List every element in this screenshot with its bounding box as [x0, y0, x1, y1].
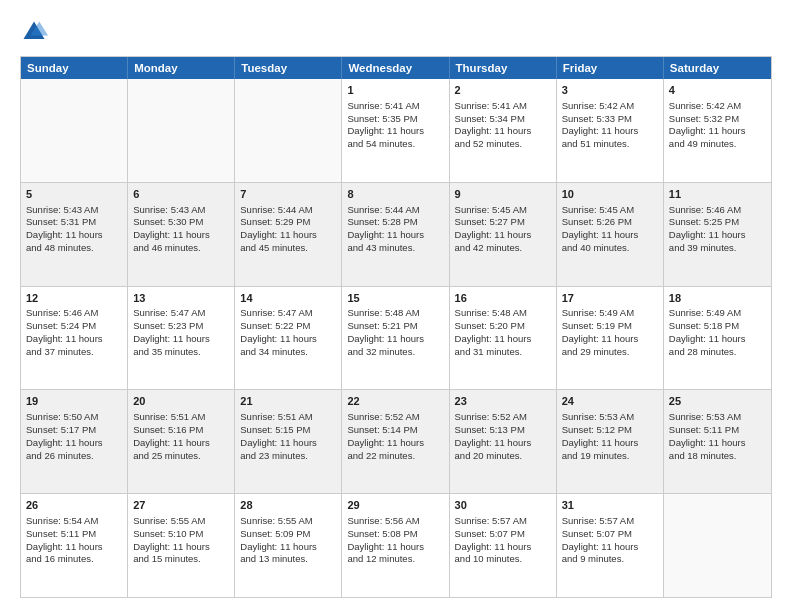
day-info-line-11-0: Sunrise: 5:46 AM	[669, 204, 766, 217]
day-info-line-14-1: Sunset: 5:22 PM	[240, 320, 336, 333]
day-info-line-29-1: Sunset: 5:08 PM	[347, 528, 443, 541]
day-cell-12: 12Sunrise: 5:46 AMSunset: 5:24 PMDayligh…	[21, 287, 128, 390]
day-info-line-14-2: Daylight: 11 hours	[240, 333, 336, 346]
day-info-line-31-3: and 9 minutes.	[562, 553, 658, 566]
day-info-line-3-3: and 51 minutes.	[562, 138, 658, 151]
day-number-14: 14	[240, 291, 336, 306]
day-number-30: 30	[455, 498, 551, 513]
calendar-body: 1Sunrise: 5:41 AMSunset: 5:35 PMDaylight…	[21, 79, 771, 597]
day-info-line-2-1: Sunset: 5:34 PM	[455, 113, 551, 126]
day-info-line-31-1: Sunset: 5:07 PM	[562, 528, 658, 541]
day-info-line-22-2: Daylight: 11 hours	[347, 437, 443, 450]
day-cell-24: 24Sunrise: 5:53 AMSunset: 5:12 PMDayligh…	[557, 390, 664, 493]
day-info-line-19-3: and 26 minutes.	[26, 450, 122, 463]
day-cell-30: 30Sunrise: 5:57 AMSunset: 5:07 PMDayligh…	[450, 494, 557, 597]
day-info-line-19-0: Sunrise: 5:50 AM	[26, 411, 122, 424]
day-info-line-28-1: Sunset: 5:09 PM	[240, 528, 336, 541]
weekday-header-thursday: Thursday	[450, 57, 557, 79]
day-info-line-7-1: Sunset: 5:29 PM	[240, 216, 336, 229]
day-cell-20: 20Sunrise: 5:51 AMSunset: 5:16 PMDayligh…	[128, 390, 235, 493]
day-info-line-12-0: Sunrise: 5:46 AM	[26, 307, 122, 320]
day-cell-7: 7Sunrise: 5:44 AMSunset: 5:29 PMDaylight…	[235, 183, 342, 286]
day-info-line-28-3: and 13 minutes.	[240, 553, 336, 566]
day-info-line-1-2: Daylight: 11 hours	[347, 125, 443, 138]
day-number-10: 10	[562, 187, 658, 202]
day-info-line-1-0: Sunrise: 5:41 AM	[347, 100, 443, 113]
day-info-line-8-1: Sunset: 5:28 PM	[347, 216, 443, 229]
day-info-line-16-0: Sunrise: 5:48 AM	[455, 307, 551, 320]
day-cell-27: 27Sunrise: 5:55 AMSunset: 5:10 PMDayligh…	[128, 494, 235, 597]
day-info-line-21-2: Daylight: 11 hours	[240, 437, 336, 450]
day-info-line-23-2: Daylight: 11 hours	[455, 437, 551, 450]
day-info-line-11-1: Sunset: 5:25 PM	[669, 216, 766, 229]
day-info-line-29-3: and 12 minutes.	[347, 553, 443, 566]
day-cell-26: 26Sunrise: 5:54 AMSunset: 5:11 PMDayligh…	[21, 494, 128, 597]
day-info-line-20-2: Daylight: 11 hours	[133, 437, 229, 450]
day-info-line-4-0: Sunrise: 5:42 AM	[669, 100, 766, 113]
day-info-line-7-2: Daylight: 11 hours	[240, 229, 336, 242]
day-number-29: 29	[347, 498, 443, 513]
day-info-line-1-1: Sunset: 5:35 PM	[347, 113, 443, 126]
empty-cell-0-0	[21, 79, 128, 182]
day-cell-17: 17Sunrise: 5:49 AMSunset: 5:19 PMDayligh…	[557, 287, 664, 390]
day-info-line-30-0: Sunrise: 5:57 AM	[455, 515, 551, 528]
day-info-line-2-0: Sunrise: 5:41 AM	[455, 100, 551, 113]
day-info-line-15-2: Daylight: 11 hours	[347, 333, 443, 346]
day-number-2: 2	[455, 83, 551, 98]
day-info-line-13-3: and 35 minutes.	[133, 346, 229, 359]
day-number-19: 19	[26, 394, 122, 409]
day-info-line-3-0: Sunrise: 5:42 AM	[562, 100, 658, 113]
day-cell-25: 25Sunrise: 5:53 AMSunset: 5:11 PMDayligh…	[664, 390, 771, 493]
day-number-4: 4	[669, 83, 766, 98]
day-info-line-29-2: Daylight: 11 hours	[347, 541, 443, 554]
day-info-line-20-0: Sunrise: 5:51 AM	[133, 411, 229, 424]
day-info-line-23-0: Sunrise: 5:52 AM	[455, 411, 551, 424]
day-info-line-15-3: and 32 minutes.	[347, 346, 443, 359]
day-info-line-20-1: Sunset: 5:16 PM	[133, 424, 229, 437]
day-info-line-12-2: Daylight: 11 hours	[26, 333, 122, 346]
day-info-line-10-0: Sunrise: 5:45 AM	[562, 204, 658, 217]
day-info-line-20-3: and 25 minutes.	[133, 450, 229, 463]
day-cell-29: 29Sunrise: 5:56 AMSunset: 5:08 PMDayligh…	[342, 494, 449, 597]
day-info-line-3-1: Sunset: 5:33 PM	[562, 113, 658, 126]
day-info-line-3-2: Daylight: 11 hours	[562, 125, 658, 138]
empty-cell-0-2	[235, 79, 342, 182]
day-info-line-18-3: and 28 minutes.	[669, 346, 766, 359]
day-info-line-29-0: Sunrise: 5:56 AM	[347, 515, 443, 528]
day-number-8: 8	[347, 187, 443, 202]
day-number-16: 16	[455, 291, 551, 306]
day-info-line-6-1: Sunset: 5:30 PM	[133, 216, 229, 229]
day-number-27: 27	[133, 498, 229, 513]
day-number-3: 3	[562, 83, 658, 98]
day-cell-4: 4Sunrise: 5:42 AMSunset: 5:32 PMDaylight…	[664, 79, 771, 182]
day-info-line-31-0: Sunrise: 5:57 AM	[562, 515, 658, 528]
day-info-line-16-3: and 31 minutes.	[455, 346, 551, 359]
day-info-line-18-1: Sunset: 5:18 PM	[669, 320, 766, 333]
day-info-line-6-3: and 46 minutes.	[133, 242, 229, 255]
day-number-1: 1	[347, 83, 443, 98]
day-cell-3: 3Sunrise: 5:42 AMSunset: 5:33 PMDaylight…	[557, 79, 664, 182]
day-cell-11: 11Sunrise: 5:46 AMSunset: 5:25 PMDayligh…	[664, 183, 771, 286]
day-number-17: 17	[562, 291, 658, 306]
day-info-line-24-0: Sunrise: 5:53 AM	[562, 411, 658, 424]
day-info-line-27-1: Sunset: 5:10 PM	[133, 528, 229, 541]
weekday-header-tuesday: Tuesday	[235, 57, 342, 79]
calendar-row-5: 26Sunrise: 5:54 AMSunset: 5:11 PMDayligh…	[21, 493, 771, 597]
day-info-line-15-0: Sunrise: 5:48 AM	[347, 307, 443, 320]
day-info-line-5-2: Daylight: 11 hours	[26, 229, 122, 242]
day-info-line-19-2: Daylight: 11 hours	[26, 437, 122, 450]
day-cell-31: 31Sunrise: 5:57 AMSunset: 5:07 PMDayligh…	[557, 494, 664, 597]
day-info-line-13-2: Daylight: 11 hours	[133, 333, 229, 346]
day-info-line-8-3: and 43 minutes.	[347, 242, 443, 255]
day-info-line-17-1: Sunset: 5:19 PM	[562, 320, 658, 333]
day-info-line-22-1: Sunset: 5:14 PM	[347, 424, 443, 437]
day-number-20: 20	[133, 394, 229, 409]
day-info-line-26-1: Sunset: 5:11 PM	[26, 528, 122, 541]
day-number-7: 7	[240, 187, 336, 202]
day-info-line-25-3: and 18 minutes.	[669, 450, 766, 463]
day-cell-14: 14Sunrise: 5:47 AMSunset: 5:22 PMDayligh…	[235, 287, 342, 390]
day-info-line-23-3: and 20 minutes.	[455, 450, 551, 463]
day-info-line-10-2: Daylight: 11 hours	[562, 229, 658, 242]
day-info-line-25-1: Sunset: 5:11 PM	[669, 424, 766, 437]
day-cell-16: 16Sunrise: 5:48 AMSunset: 5:20 PMDayligh…	[450, 287, 557, 390]
